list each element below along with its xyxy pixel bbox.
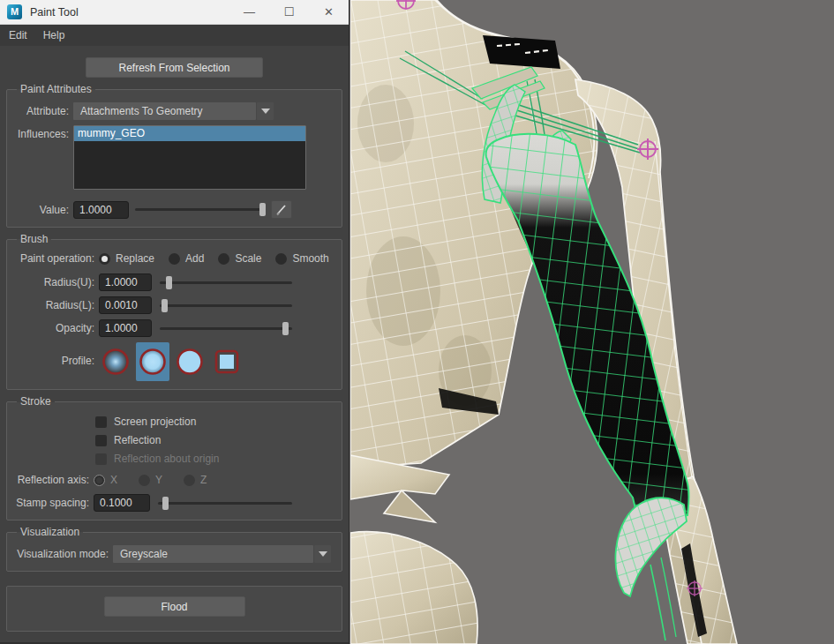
value-input[interactable]: 1.0000 bbox=[73, 201, 129, 219]
section-brush: Brush Paint operation: Replace Add Scale… bbox=[6, 239, 342, 390]
stamp-spacing-input[interactable]: 0.1000 bbox=[94, 494, 150, 512]
panel-content: Refresh From Selection Paint Attributes … bbox=[0, 46, 349, 632]
radio-axis-y bbox=[139, 475, 150, 486]
brush-profile-solid-icon bbox=[175, 347, 205, 377]
screen-projection-label[interactable]: Screen projection bbox=[114, 416, 196, 428]
visualization-mode-row: Visualization mode: Greyscale bbox=[14, 545, 334, 563]
refresh-from-selection-button[interactable]: Refresh From Selection bbox=[86, 57, 263, 78]
close-button[interactable]: ✕ bbox=[309, 0, 349, 24]
paint-operation-label: Paint operation: bbox=[14, 252, 94, 265]
radius-l-slider[interactable] bbox=[160, 299, 292, 312]
maya-app-icon: M bbox=[7, 4, 22, 19]
attribute-dropdown[interactable]: Attachments To Geometry bbox=[73, 102, 256, 120]
profile-solid-button[interactable] bbox=[173, 342, 207, 381]
radio-scale[interactable] bbox=[218, 253, 229, 265]
section-title-paint-attributes: Paint Attributes bbox=[17, 83, 95, 96]
viewport-scene bbox=[350, 0, 834, 644]
visualization-mode-dropdown[interactable]: Greyscale bbox=[113, 545, 313, 563]
checkbox-reflection[interactable] bbox=[95, 435, 107, 446]
screen-projection-row: Screen projection bbox=[95, 415, 334, 429]
radius-u-label: Radius(U): bbox=[14, 276, 94, 288]
flood-button[interactable]: Flood bbox=[104, 596, 245, 617]
slider-track[interactable] bbox=[158, 502, 292, 505]
opacity-input[interactable]: 1.0000 bbox=[99, 319, 152, 337]
titlebar: M Paint Tool — ☐ ✕ bbox=[0, 0, 349, 25]
window-title: Paint Tool bbox=[30, 6, 79, 19]
menu-item-edit[interactable]: Edit bbox=[9, 29, 27, 41]
reflection-label[interactable]: Reflection bbox=[114, 434, 161, 446]
checkbox-screen-projection[interactable] bbox=[95, 416, 107, 428]
stamp-spacing-slider[interactable] bbox=[158, 497, 292, 510]
radius-u-input[interactable]: 1.0000 bbox=[99, 273, 152, 291]
attribute-dropdown-arrow-button[interactable] bbox=[257, 102, 274, 120]
radio-axis-y-label: Y bbox=[155, 474, 162, 486]
radio-replace[interactable] bbox=[99, 253, 110, 265]
slider-handle[interactable] bbox=[166, 276, 172, 289]
attribute-label: Attribute: bbox=[14, 105, 69, 117]
value-picker-button[interactable] bbox=[271, 200, 292, 219]
stamp-spacing-row: Stamp spacing: 0.1000 bbox=[14, 494, 334, 512]
influences-row: Influences: mummy_GEO bbox=[14, 125, 334, 190]
value-slider[interactable] bbox=[135, 203, 266, 216]
radio-replace-label[interactable]: Replace bbox=[116, 252, 154, 265]
stamp-spacing-label: Stamp spacing: bbox=[14, 497, 89, 509]
reflection-axis-label: Reflection axis: bbox=[14, 474, 89, 486]
slider-handle[interactable] bbox=[282, 322, 289, 335]
opacity-slider[interactable] bbox=[160, 322, 292, 335]
slider-track[interactable] bbox=[160, 327, 292, 330]
radio-add[interactable] bbox=[169, 253, 180, 265]
reflection-row: Reflection bbox=[95, 433, 334, 447]
radio-axis-x bbox=[94, 475, 105, 486]
reflection-about-origin-row: Reflection about origin bbox=[95, 452, 334, 466]
viewport-3d[interactable] bbox=[350, 0, 834, 644]
section-title-brush: Brush bbox=[17, 233, 51, 246]
visualization-mode-label: Visualization mode: bbox=[14, 548, 109, 560]
influences-list-item[interactable]: mummy_GEO bbox=[74, 126, 305, 141]
slider-track[interactable] bbox=[160, 304, 292, 307]
flood-panel: Flood bbox=[6, 586, 342, 632]
radius-l-input[interactable]: 0.0010 bbox=[99, 296, 152, 314]
radio-axis-z-label: Z bbox=[200, 474, 207, 486]
value-label: Value: bbox=[14, 204, 69, 216]
radio-scale-label[interactable]: Scale bbox=[235, 252, 261, 265]
radio-smooth-label[interactable]: Smooth bbox=[292, 252, 328, 265]
brush-profile-medium-icon bbox=[138, 347, 168, 377]
maximize-button[interactable]: ☐ bbox=[269, 0, 309, 24]
influences-label: Influences: bbox=[14, 128, 69, 140]
slider-track[interactable] bbox=[135, 208, 266, 211]
radio-smooth[interactable] bbox=[275, 253, 287, 265]
profile-medium-button[interactable] bbox=[136, 342, 169, 381]
menu-item-help[interactable]: Help bbox=[43, 29, 65, 41]
attribute-row: Attribute: Attachments To Geometry bbox=[14, 102, 334, 120]
brush-profile-soft-icon bbox=[101, 347, 131, 377]
profile-label: Profile: bbox=[14, 355, 94, 367]
profile-soft-button[interactable] bbox=[99, 342, 132, 381]
radius-l-row: Radius(L): 0.0010 bbox=[14, 296, 334, 314]
slider-handle[interactable] bbox=[162, 497, 169, 510]
profile-square-button[interactable] bbox=[210, 342, 244, 381]
reflection-axis-row: Reflection axis: X Y Z bbox=[14, 474, 334, 486]
section-paint-attributes: Paint Attributes Attribute: Attachments … bbox=[6, 89, 342, 228]
slider-handle[interactable] bbox=[162, 299, 168, 312]
brush-profile-square-icon bbox=[212, 347, 242, 377]
reflection-about-origin-label: Reflection about origin bbox=[114, 453, 219, 465]
chevron-down-icon bbox=[261, 109, 270, 114]
radio-axis-x-label: X bbox=[110, 474, 117, 486]
chevron-down-icon bbox=[319, 551, 327, 557]
minimize-button[interactable]: — bbox=[229, 0, 269, 24]
influences-list[interactable]: mummy_GEO bbox=[73, 125, 306, 190]
opacity-label: Opacity: bbox=[14, 322, 94, 334]
radio-axis-z bbox=[184, 475, 195, 486]
menubar: Edit Help bbox=[0, 25, 349, 46]
section-stroke: Stroke Screen projection Reflection Refl… bbox=[6, 401, 342, 520]
radio-add-label[interactable]: Add bbox=[185, 252, 204, 265]
paint-operation-row: Paint operation: Replace Add Scale Smoot… bbox=[14, 252, 334, 265]
profile-row: Profile: bbox=[14, 342, 334, 381]
window-controls: — ☐ ✕ bbox=[229, 0, 349, 24]
slider-track[interactable] bbox=[160, 281, 292, 284]
slider-handle[interactable] bbox=[259, 203, 266, 216]
visualization-dropdown-arrow-button[interactable] bbox=[314, 545, 331, 563]
radius-u-slider[interactable] bbox=[160, 276, 292, 289]
checkbox-reflection-about-origin bbox=[95, 453, 107, 465]
section-title-stroke: Stroke bbox=[17, 395, 55, 408]
